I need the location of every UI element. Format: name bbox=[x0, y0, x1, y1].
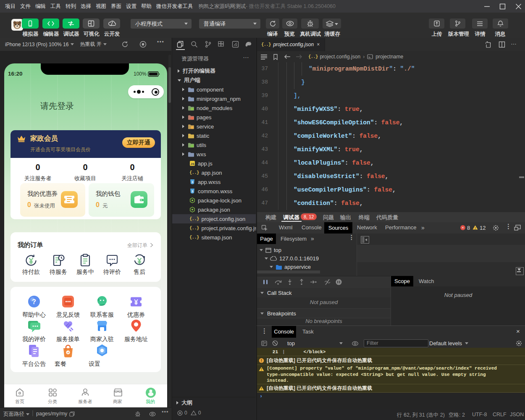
svg-text:?: ? bbox=[32, 298, 36, 305]
svg-text:JS: JS bbox=[190, 162, 194, 166]
svg-text:3: 3 bbox=[192, 189, 193, 193]
svg-text:3: 3 bbox=[192, 180, 193, 184]
svg-text:!: ! bbox=[475, 226, 476, 230]
